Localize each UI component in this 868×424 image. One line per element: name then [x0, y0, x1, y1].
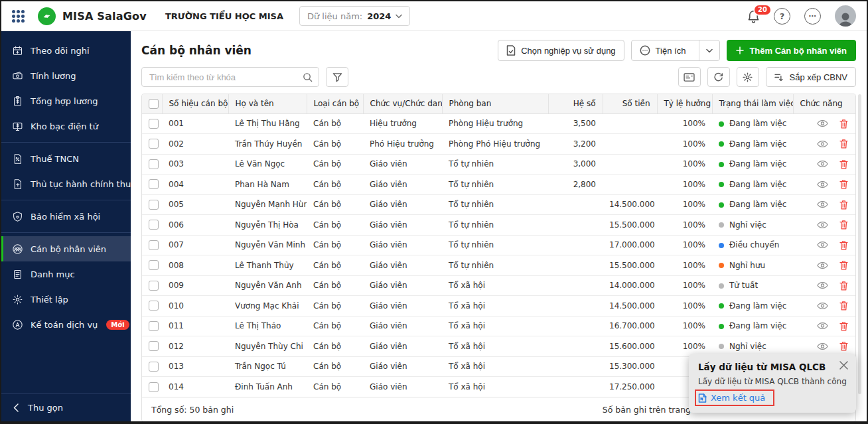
- sidebar-item-tinh-luong[interactable]: Tính lương: [1, 63, 131, 88]
- bell-icon[interactable]: 20: [747, 9, 760, 23]
- cell-coefficient: [548, 336, 603, 357]
- scrollbar[interactable]: [858, 94, 861, 394]
- column-header-1[interactable]: Họ và tên: [228, 94, 307, 113]
- table-row[interactable]: 004Phan Hà NamCán bộGiáo viênTổ tự nhiên…: [142, 175, 856, 195]
- view-icon[interactable]: [817, 342, 828, 350]
- view-icon[interactable]: [817, 160, 828, 168]
- more-icon[interactable]: ⋯: [804, 8, 821, 25]
- column-header-2[interactable]: Loại cán bộ: [307, 94, 363, 113]
- delete-icon[interactable]: [839, 301, 848, 311]
- row-checkbox[interactable]: [149, 119, 159, 129]
- row-checkbox[interactable]: [149, 200, 159, 210]
- help-icon[interactable]: ?: [774, 8, 790, 25]
- year-select[interactable]: Dữ liệu năm: 2024: [299, 6, 410, 26]
- column-header-8[interactable]: Trạng thái làm việc: [712, 94, 793, 113]
- apps-grid-icon[interactable]: [12, 10, 25, 23]
- sidebar-item-can-bo-nhan-vien[interactable]: Cán bộ nhân viên: [1, 236, 131, 261]
- delete-icon[interactable]: [839, 139, 848, 149]
- cell-full-name: Nguyễn Thùy Chi: [228, 336, 307, 357]
- row-checkbox[interactable]: [149, 260, 159, 270]
- settings-button[interactable]: [737, 67, 759, 87]
- table-row[interactable]: 010Vương Mạc KhảiCán bộGiáo viênTổ xã hộ…: [142, 296, 856, 317]
- table-row[interactable]: 003Lê Văn NgọcCán bộGiáo viênTổ tự nhiên…: [142, 154, 856, 175]
- add-employee-button[interactable]: Thêm Cán bộ nhân viên: [727, 40, 856, 61]
- view-icon[interactable]: [817, 302, 828, 310]
- utilities-dropdown-chevron[interactable]: [699, 40, 719, 60]
- row-checkbox[interactable]: [149, 321, 159, 331]
- cell-amount: [603, 113, 657, 134]
- table-row[interactable]: 006Nguyễn Thị HòaCán bộGiáo viênTổ tự nh…: [142, 215, 856, 236]
- column-header-7[interactable]: Tỷ lệ hưởng: [657, 94, 712, 113]
- row-checkbox[interactable]: [149, 159, 159, 169]
- sidebar-item-tong-hop-luong[interactable]: Tổng hợp lương: [1, 88, 131, 113]
- user-avatar[interactable]: [835, 5, 856, 27]
- sidebar-item-danh-muc[interactable]: Danh mục: [1, 261, 131, 287]
- column-header-5[interactable]: Hệ số: [548, 94, 603, 113]
- topbar: MISA SalaGov TRƯỜNG TIỂU HỌC MISA Dữ liệ…: [1, 1, 867, 31]
- delete-icon[interactable]: [839, 220, 848, 230]
- view-icon[interactable]: [817, 119, 828, 127]
- cell-type: Cán bộ: [307, 356, 363, 377]
- view-icon[interactable]: [817, 221, 828, 229]
- delete-icon[interactable]: [839, 119, 848, 129]
- delete-icon[interactable]: [839, 200, 848, 210]
- view-icon[interactable]: [817, 261, 828, 269]
- delete-icon[interactable]: [839, 240, 848, 250]
- table-row[interactable]: 008Lê Thanh ThủyCán bộGiáo viênTổ tự nhi…: [142, 255, 856, 276]
- view-icon[interactable]: [817, 281, 828, 289]
- table-row[interactable]: 001Lê Thị Thu HằngCán bộHiệu trưởngPhòng…: [142, 113, 856, 134]
- row-checkbox[interactable]: [149, 139, 159, 149]
- table-row[interactable]: 002Trần Thúy HuyềnCán bộPhó Hiệu trưởngP…: [142, 134, 856, 155]
- search-icon[interactable]: [303, 72, 313, 82]
- row-checkbox[interactable]: [149, 240, 159, 250]
- choose-business-button[interactable]: Chọn nghiệp vụ sử dụng: [498, 40, 624, 61]
- column-header-3[interactable]: Chức vụ/Chức danh: [363, 94, 442, 113]
- select-all-checkbox[interactable]: [149, 99, 159, 109]
- sidebar-item-thu-tuc-hanh-chinh-thue[interactable]: Thủ tục hành chính thuế: [1, 171, 131, 196]
- people-icon: [12, 244, 23, 255]
- close-icon[interactable]: [839, 361, 848, 370]
- collapse-sidebar-button[interactable]: Thu gọn: [1, 393, 131, 421]
- sidebar-item-theo-doi-nghi[interactable]: Theo dõi nghỉ: [1, 38, 131, 63]
- column-header-0[interactable]: Số hiệu cán bộ: [162, 94, 228, 113]
- row-checkbox[interactable]: [149, 382, 159, 392]
- table-row[interactable]: 005Nguyễn Mạnh HùngCán bộGiáo viênTổ tự …: [142, 194, 856, 215]
- row-checkbox[interactable]: [149, 281, 159, 291]
- filter-button[interactable]: [326, 67, 348, 87]
- column-header-9[interactable]: Chức năng: [793, 94, 856, 113]
- delete-icon[interactable]: [839, 281, 848, 291]
- delete-icon[interactable]: [839, 341, 848, 351]
- column-header-6[interactable]: Số tiền: [603, 94, 657, 113]
- row-checkbox[interactable]: [149, 341, 159, 351]
- row-checkbox[interactable]: [149, 220, 159, 230]
- view-icon[interactable]: [817, 322, 828, 330]
- shield-icon: [12, 211, 23, 222]
- delete-icon[interactable]: [839, 260, 848, 270]
- view-result-link[interactable]: Xem kết quả: [698, 393, 765, 403]
- view-icon[interactable]: [817, 200, 828, 208]
- row-checkbox[interactable]: [149, 301, 159, 311]
- row-checkbox[interactable]: [149, 362, 159, 372]
- card-view-button[interactable]: [678, 67, 701, 87]
- delete-icon[interactable]: [839, 179, 848, 189]
- sidebar-item-bao-hiem-xa-hoi[interactable]: Bảo hiểm xã hội: [1, 204, 131, 229]
- column-header-4[interactable]: Phòng ban: [442, 94, 548, 113]
- view-icon[interactable]: [817, 180, 828, 188]
- row-checkbox[interactable]: [149, 179, 159, 189]
- view-icon[interactable]: [817, 140, 828, 148]
- delete-icon[interactable]: [839, 321, 848, 331]
- table-row[interactable]: 009Nguyễn Văn AnhCán bộGiáo viênTổ xã hộ…: [142, 275, 856, 296]
- utilities-button[interactable]: Tiện ích: [631, 40, 721, 61]
- refresh-button[interactable]: [707, 67, 730, 87]
- sidebar-item-thiet-lap[interactable]: Thiết lập: [1, 287, 131, 312]
- cell-rate: 100%: [657, 275, 712, 296]
- sidebar-item-ke-toan-dich-vu[interactable]: Kế toán dịch vụMới: [1, 312, 131, 337]
- view-icon[interactable]: [817, 241, 828, 249]
- delete-icon[interactable]: [839, 159, 848, 169]
- sort-cbnv-button[interactable]: Sắp xếp CBNV: [766, 67, 856, 87]
- table-row[interactable]: 007Nguyễn Văn MinhCán bộGiáo viênTổ tự n…: [142, 235, 856, 255]
- search-input[interactable]: [148, 72, 303, 83]
- sidebar-item-kho-bac-dien-tu[interactable]: Kho bạc điện tử: [1, 113, 131, 139]
- sidebar-item-thue-tncn[interactable]: Thuế TNCN: [1, 146, 131, 171]
- table-row[interactable]: 011Lê Thị ThảoCán bộGiáo viênTổ xã hội16…: [142, 316, 856, 336]
